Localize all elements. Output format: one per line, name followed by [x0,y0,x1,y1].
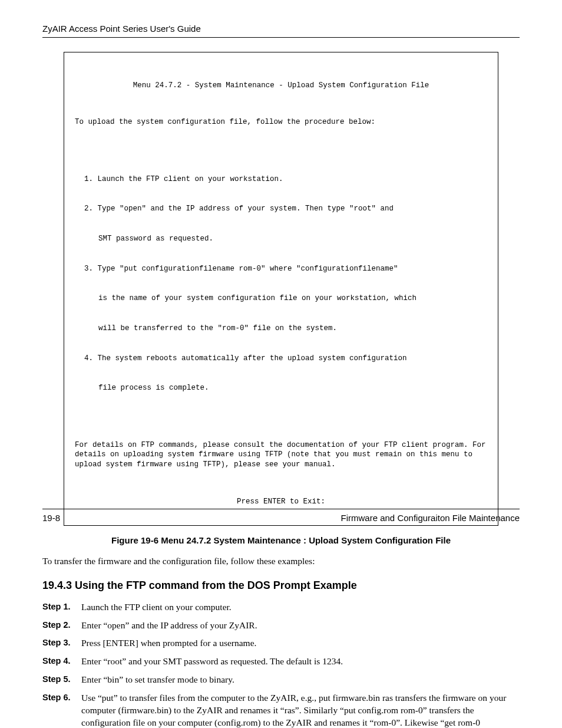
step-1: Step 1. Launch the FTP client on your co… [42,601,520,614]
step-text: Enter “bin” to set transfer mode to bina… [81,674,520,686]
terminal-exit: Press ENTER to Exit: [75,497,487,507]
step-3: Step 3. Press [ENTER] when prompted for … [42,637,520,650]
terminal-item-4: 4. The system reboots automatically afte… [84,354,487,364]
terminal-item-4-cont: file process is complete. [98,383,487,393]
terminal-item-3: 3. Type "put configurationfilename rom-0… [84,264,487,274]
terminal-paragraph: For details on FTP commands, please cons… [75,440,487,470]
step-label: Step 3. [42,637,81,650]
terminal-title: Menu 24.7.2 - System Maintenance - Uploa… [75,81,487,91]
step-text: Enter “root” and your SMT password as re… [81,655,520,668]
footer-section-title: Firmware and Configuraiton File Maintena… [341,513,520,523]
step-label: Step 2. [42,620,81,632]
step-text: Launch the FTP client on your computer. [81,601,520,614]
step-label: Step 4. [42,655,81,668]
terminal-item-2-cont: SMT password as requested. [98,234,487,244]
step-5: Step 5. Enter “bin” to set transfer mode… [42,674,520,686]
header-title: ZyAIR Access Point Series User's Guide [42,24,201,34]
step-label: Step 1. [42,601,81,614]
terminal-item-2: 2. Type "open" and the IP address of you… [84,204,487,214]
step-6: Step 6. Use “put” to transfer files from… [42,692,520,728]
step-2: Step 2. Enter “open” and the IP address … [42,620,520,632]
terminal-list: 1. Launch the FTP client on your worksta… [75,154,487,413]
step-text: Use “put” to transfer files from the com… [81,692,520,728]
step-text: Press [ENTER] when prompted for a userna… [81,637,520,650]
step-text: Enter “open” and the IP address of your … [81,620,520,632]
terminal-intro: To upload the system configuration file,… [75,117,487,127]
terminal-screen: Menu 24.7.2 - System Maintenance - Uploa… [64,52,498,526]
figure-caption: Figure 19-6 Menu 24.7.2 System Maintenan… [42,535,520,545]
intro-text: To transfer the firmware and the configu… [42,556,520,566]
step-label: Step 6. [42,692,81,728]
terminal-item-3-cont-a: is the name of your system configuration… [98,294,487,304]
terminal-item-1: 1. Launch the FTP client on your worksta… [84,174,487,185]
section-heading: 19.4.3 Using the FTP command from the DO… [42,579,520,592]
steps-list: Step 1. Launch the FTP client on your co… [42,601,520,728]
step-label: Step 5. [42,674,81,686]
page-header: ZyAIR Access Point Series User's Guide [42,24,520,38]
step-4: Step 4. Enter “root” and your SMT passwo… [42,655,520,668]
page-footer: 19-8 Firmware and Configuraiton File Mai… [42,509,520,523]
terminal-item-3-cont-b: will be transferred to the "rom-0" file … [98,324,487,334]
footer-page-number: 19-8 [42,513,60,523]
